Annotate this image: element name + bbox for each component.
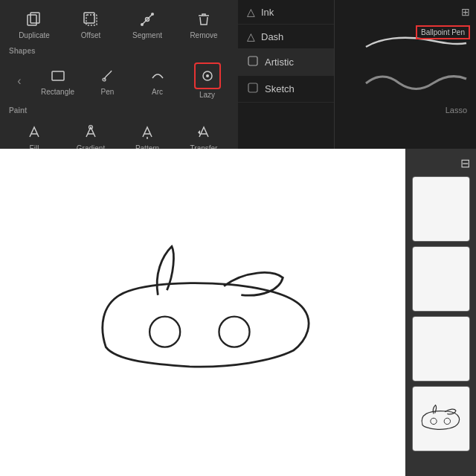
bottom-section: ⊟ bbox=[0, 149, 476, 476]
brush-categories-list: △ Ink △ Dash Artistic bbox=[238, 0, 335, 149]
artistic-label: Artistic bbox=[265, 57, 294, 68]
remove-label: Remove bbox=[190, 31, 217, 39]
layer-thumb-1[interactable] bbox=[412, 176, 470, 242]
artistic-icon bbox=[247, 55, 259, 69]
arc-label: Arc bbox=[152, 88, 163, 96]
wave-stroke bbox=[358, 70, 470, 91]
layers-settings-icon[interactable]: ⊟ bbox=[460, 156, 470, 170]
svg-point-6 bbox=[151, 13, 154, 16]
main-canvas bbox=[62, 208, 344, 416]
rectangle-tool[interactable]: Rectangle bbox=[37, 65, 78, 96]
gradient-icon bbox=[80, 122, 101, 143]
layer-4-thumbnail bbox=[415, 400, 467, 437]
layer-2-content bbox=[413, 247, 469, 311]
brush-preview-area: ⊞ Ballpoint Pen Lasso bbox=[335, 0, 476, 149]
layer-3-content bbox=[413, 317, 469, 381]
top-tools-row: Duplicate Offset bbox=[6, 6, 232, 42]
layer-thumb-4[interactable] bbox=[412, 386, 470, 451]
ink-icon: △ bbox=[247, 6, 255, 18]
svg-line-4 bbox=[142, 14, 152, 25]
fill-icon bbox=[24, 122, 45, 143]
pattern-tool[interactable]: Pattern bbox=[127, 122, 168, 152]
svg-point-20 bbox=[444, 418, 450, 424]
lasso-label: Lasso bbox=[446, 106, 467, 115]
pen-tool[interactable]: Pen bbox=[87, 65, 128, 96]
svg-rect-1 bbox=[30, 13, 39, 23]
top-toolbar: Duplicate Offset bbox=[0, 0, 476, 149]
layers-header: ⊟ bbox=[410, 155, 472, 172]
svg-rect-15 bbox=[248, 57, 257, 65]
layer-1-content bbox=[413, 177, 469, 241]
lazy-tool[interactable]: Lazy bbox=[187, 62, 228, 99]
paint-section-label: Paint bbox=[6, 105, 232, 116]
category-artistic[interactable]: Artistic bbox=[238, 49, 334, 76]
pattern-icon bbox=[137, 122, 158, 143]
remove-tool[interactable]: Remove bbox=[184, 9, 225, 39]
layers-panel: ⊟ bbox=[405, 149, 476, 476]
gradient-tool[interactable]: Gradient bbox=[71, 122, 112, 152]
dash-icon: △ bbox=[247, 30, 255, 42]
rectangle-icon bbox=[48, 65, 68, 86]
second-stroke-option[interactable] bbox=[341, 65, 470, 95]
remove-icon bbox=[193, 9, 214, 30]
pen-icon bbox=[97, 65, 118, 86]
transfer-tool[interactable]: Transfer bbox=[184, 122, 225, 152]
ink-label: Ink bbox=[261, 7, 274, 18]
duplicate-icon bbox=[24, 9, 45, 30]
canvas-area[interactable] bbox=[0, 149, 405, 476]
svg-point-5 bbox=[141, 23, 144, 26]
svg-rect-16 bbox=[248, 83, 257, 92]
layer-thumb-2[interactable] bbox=[412, 246, 470, 312]
arc-icon bbox=[147, 65, 168, 86]
category-sketch[interactable]: Sketch bbox=[238, 76, 334, 103]
brush-settings-icon[interactable]: ⊞ bbox=[461, 6, 470, 18]
brush-panel: △ Ink △ Dash Artistic bbox=[238, 0, 476, 149]
svg-rect-2 bbox=[84, 13, 94, 23]
layer-4-content bbox=[413, 387, 469, 451]
svg-point-18 bbox=[219, 317, 249, 347]
lazy-icon bbox=[194, 62, 221, 89]
svg-rect-9 bbox=[52, 71, 64, 80]
fill-tool[interactable]: Fill bbox=[14, 122, 55, 152]
duplicate-tool[interactable]: Duplicate bbox=[14, 9, 55, 39]
dash-label: Dash bbox=[261, 31, 283, 42]
lazy-label: Lazy bbox=[199, 91, 215, 99]
segment-label: Segment bbox=[132, 31, 162, 39]
offset-tool[interactable]: Offset bbox=[71, 9, 112, 39]
svg-rect-3 bbox=[86, 15, 97, 25]
duplicate-label: Duplicate bbox=[19, 31, 50, 39]
svg-point-17 bbox=[149, 317, 180, 347]
svg-rect-0 bbox=[28, 15, 36, 25]
svg-point-19 bbox=[430, 418, 436, 424]
offset-label: Offset bbox=[81, 31, 101, 39]
sketch-icon bbox=[247, 82, 259, 96]
rectangle-label: Rectangle bbox=[41, 88, 74, 96]
sketch-label: Sketch bbox=[265, 83, 295, 94]
ballpoint-pen-option[interactable]: Ballpoint Pen bbox=[341, 24, 470, 61]
category-ink[interactable]: △ Ink bbox=[238, 0, 334, 25]
layer-thumb-3[interactable] bbox=[412, 316, 470, 382]
pen-label: Pen bbox=[101, 88, 115, 96]
segment-tool[interactable]: Segment bbox=[127, 9, 168, 39]
shapes-row: ‹ Rectangle Pen bbox=[6, 60, 232, 102]
left-toolbar-panel: Duplicate Offset bbox=[0, 0, 238, 149]
transfer-icon bbox=[193, 122, 214, 143]
category-dash[interactable]: △ Dash bbox=[238, 25, 334, 49]
offset-icon bbox=[80, 9, 101, 30]
shapes-prev-button[interactable]: ‹ bbox=[10, 74, 28, 88]
shapes-section-label: Shapes bbox=[6, 45, 232, 57]
segment-icon bbox=[137, 9, 158, 30]
ballpoint-pen-label: Ballpoint Pen bbox=[416, 25, 470, 39]
arc-tool[interactable]: Arc bbox=[137, 65, 178, 96]
svg-point-12 bbox=[206, 74, 209, 77]
